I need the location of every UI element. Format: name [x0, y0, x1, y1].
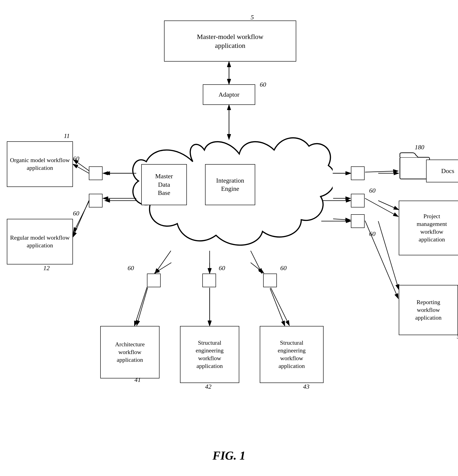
svg-line-33 — [365, 198, 398, 217]
ref-5: 5 — [251, 14, 254, 21]
ref-60-project: 60 — [369, 187, 375, 194]
ref-60-arch: 60 — [128, 264, 134, 272]
connector-arch — [147, 273, 161, 287]
svg-line-12 — [378, 201, 399, 210]
ref-52: 52 — [457, 333, 458, 340]
ref-60-struct1: 60 — [219, 264, 225, 272]
docs-folder-icon — [399, 151, 431, 180]
svg-line-16 — [134, 287, 147, 326]
master-db-box: MasterDataBase — [141, 164, 187, 205]
organic-model-box: Organic model workflowapplication — [7, 141, 73, 187]
ref-60-organic: 60 — [73, 155, 79, 162]
connector-organic — [89, 166, 102, 180]
ref-60-adaptor: 60 — [260, 81, 266, 88]
adaptor-box: Adaptor — [203, 84, 255, 105]
ref-11: 11 — [64, 132, 70, 139]
svg-line-40 — [251, 263, 264, 273]
svg-line-14 — [378, 221, 399, 289]
integration-engine-box: IntegrationEngine — [205, 164, 255, 205]
connector-struct1 — [202, 273, 216, 287]
ref-60-struct2: 60 — [280, 264, 287, 272]
docs-box: Docs — [426, 160, 458, 182]
structural-eng2-box: Structuralengineeringworkflowapplication — [260, 326, 324, 383]
svg-line-37 — [137, 288, 148, 325]
connector-project — [351, 194, 365, 207]
architecture-box: Architectureworkflowapplication — [100, 326, 159, 378]
diagram: 5 Master-model workflowapplication Adapt… — [0, 0, 458, 476]
svg-line-31 — [365, 171, 398, 172]
ref-41: 41 — [134, 376, 141, 383]
ref-12: 12 — [43, 264, 50, 272]
figure-label: FIG. 1 — [213, 449, 245, 462]
regular-model-box: Regular model workflowapplication — [7, 219, 73, 264]
reporting-box: Reportingworkflowapplication — [399, 285, 458, 335]
svg-line-8 — [73, 201, 89, 237]
ref-60-reporting: 60 — [369, 230, 375, 238]
connector-reporting — [351, 214, 365, 228]
svg-rect-21 — [400, 157, 430, 179]
ref-43: 43 — [303, 383, 309, 390]
svg-line-34 — [333, 219, 350, 220]
ref-60-regular: 60 — [73, 210, 79, 217]
connector-docs — [351, 166, 365, 180]
svg-line-36 — [155, 263, 171, 273]
structural-eng1-box: Structuralengineeringworkflowapplication — [180, 326, 239, 383]
svg-line-41 — [271, 288, 289, 325]
ref-180: 180 — [415, 144, 424, 151]
connector-struct2 — [263, 273, 277, 287]
connector-regular — [89, 194, 102, 207]
svg-line-20 — [270, 288, 285, 326]
master-model-box: Master-model workflowapplication — [164, 20, 296, 61]
ref-42: 42 — [205, 383, 211, 390]
project-mgmt-box: Projectmanagementworkflowapplication — [399, 201, 458, 255]
svg-line-6 — [73, 164, 89, 173]
